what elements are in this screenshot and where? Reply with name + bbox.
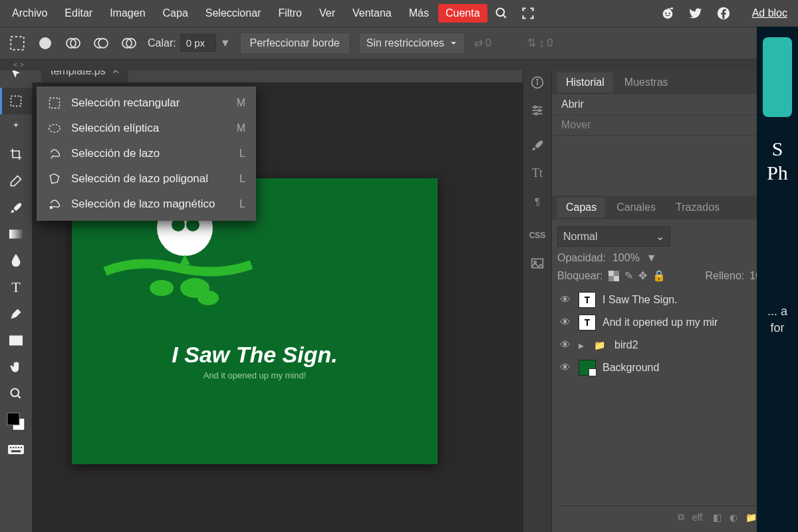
svg-rect-29 xyxy=(11,450,21,452)
info-icon[interactable] xyxy=(527,73,547,92)
tool-marquee[interactable] xyxy=(0,88,32,114)
menu-ventana[interactable]: Ventana xyxy=(344,3,400,23)
svg-rect-24 xyxy=(10,447,11,448)
brush-panel-icon[interactable] xyxy=(527,136,547,154)
tool-keyboard[interactable] xyxy=(0,436,32,463)
menu-filtro[interactable]: Filtro xyxy=(270,3,310,23)
search-icon[interactable] xyxy=(493,5,510,22)
context-rect-select[interactable]: Selección rectangularM xyxy=(37,90,256,116)
lock-move-icon[interactable]: ✥ xyxy=(638,269,647,282)
visibility-icon[interactable]: 👁 xyxy=(560,294,572,306)
tool-eraser[interactable] xyxy=(0,168,32,194)
context-ellipse-select[interactable]: Selección elípticaM xyxy=(37,116,256,141)
feather-input[interactable]: 0 px xyxy=(180,34,216,52)
refine-edge-button[interactable]: Perfeccionar borde xyxy=(240,33,350,54)
adjust-layer-icon[interactable]: ◐ xyxy=(730,512,737,523)
tool-pen[interactable] xyxy=(0,301,32,327)
side-strip: < > Tt ¶ CSS xyxy=(523,59,552,532)
tool-text[interactable]: T xyxy=(0,274,32,301)
paragraph-icon[interactable]: ¶ xyxy=(527,192,547,210)
layer-name[interactable]: Background xyxy=(602,362,659,374)
bool-sub-icon[interactable] xyxy=(92,34,110,53)
new-folder-icon[interactable]: 📁 xyxy=(745,512,757,523)
bool-new-icon[interactable] xyxy=(36,34,55,53)
menu-seleccionar[interactable]: Seleccionar xyxy=(198,3,269,23)
context-lasso[interactable]: Selección de lazoL xyxy=(37,141,256,166)
menu-ver[interactable]: Ver xyxy=(311,3,343,23)
visibility-icon[interactable]: 👁 xyxy=(560,339,572,351)
menu-mas[interactable]: Más xyxy=(401,3,437,23)
marquee-icon[interactable] xyxy=(8,34,27,53)
menu-imagen[interactable]: Imagen xyxy=(102,3,153,23)
twitter-icon[interactable] xyxy=(687,5,704,22)
type-panel-icon[interactable]: Tt xyxy=(527,164,547,182)
tool-zoom[interactable] xyxy=(0,380,32,407)
w-input[interactable]: 0 xyxy=(485,37,491,49)
tool-gradient[interactable] xyxy=(0,221,32,247)
lock-checker-icon[interactable] xyxy=(608,271,619,281)
color-swatches[interactable] xyxy=(0,407,32,436)
constraint-select[interactable]: Sin restricciones xyxy=(359,33,465,54)
lasso-icon xyxy=(47,146,62,161)
lock-label: Bloquear: xyxy=(557,270,603,282)
tab-historial[interactable]: Historial xyxy=(557,72,613,92)
link-layers-icon[interactable]: ⧉ xyxy=(678,511,684,523)
menu-capa[interactable]: Capa xyxy=(155,3,196,23)
menu-archivo[interactable]: Archivo xyxy=(4,3,55,23)
feather-dropdown-icon[interactable]: ▼ xyxy=(220,37,231,49)
svg-rect-23 xyxy=(8,445,24,454)
ad-block-link[interactable]: Ad bloc xyxy=(752,7,787,19)
bool-int-icon[interactable] xyxy=(120,34,138,53)
svg-point-51 xyxy=(49,124,61,132)
svg-point-44 xyxy=(535,112,537,114)
css-panel-icon[interactable]: CSS xyxy=(527,226,547,245)
tab-canales[interactable]: Canales xyxy=(608,198,664,217)
poly-lasso-icon xyxy=(47,172,62,186)
h-input[interactable]: 0 xyxy=(547,37,553,49)
tool-wand[interactable] xyxy=(0,114,32,141)
swap-h-icon: ⇅ ↕ xyxy=(527,37,544,49)
blend-mode-select[interactable]: Normal⌄ xyxy=(557,226,670,247)
image-panel-icon[interactable] xyxy=(527,254,547,273)
tool-brush[interactable] xyxy=(0,194,32,221)
sliders-icon[interactable] xyxy=(527,101,547,120)
tab-trazados[interactable]: Trazados xyxy=(667,198,728,217)
layer-mask-icon[interactable]: ◧ xyxy=(713,512,722,523)
layer-name[interactable]: I Saw The Sign. xyxy=(602,294,678,306)
opacity-label: Opacidad: xyxy=(557,252,606,264)
tool-shape[interactable] xyxy=(0,327,32,354)
menu-editar[interactable]: Editar xyxy=(57,3,100,23)
bool-add-icon[interactable] xyxy=(64,34,82,53)
opacity-value[interactable]: 100% xyxy=(612,252,640,264)
tab-capas[interactable]: Capas xyxy=(557,198,605,217)
layer-name[interactable]: And it opened up my mir xyxy=(602,317,718,329)
layer-thumb-bg xyxy=(579,360,596,376)
menu-cuenta[interactable]: Cuenta xyxy=(438,4,487,23)
layer-effects-icon[interactable]: eff. xyxy=(692,512,705,523)
lock-all-icon[interactable]: 🔒 xyxy=(652,269,666,282)
lock-brush-icon[interactable]: ✎ xyxy=(624,269,633,282)
visibility-icon[interactable]: 👁 xyxy=(560,362,572,374)
opacity-dropdown-icon[interactable]: ▼ xyxy=(646,252,657,264)
fullscreen-icon[interactable] xyxy=(519,5,537,22)
layer-name[interactable]: bird2 xyxy=(614,339,638,351)
svg-point-2 xyxy=(662,9,672,19)
svg-line-20 xyxy=(18,396,21,398)
svg-point-19 xyxy=(11,389,19,397)
visibility-icon[interactable]: 👁 xyxy=(560,317,572,329)
tab-muestras[interactable]: Muestras xyxy=(616,72,677,92)
svg-point-13 xyxy=(98,39,108,48)
folder-arrow-icon[interactable]: ▸ xyxy=(579,339,584,352)
reddit-icon[interactable] xyxy=(659,5,676,22)
canvas-document[interactable]: I Saw The Sign. And it opened up my mind… xyxy=(72,178,438,464)
svg-rect-48 xyxy=(608,271,614,276)
facebook-icon[interactable] xyxy=(715,5,732,22)
ad-small-1: ... a xyxy=(759,305,795,319)
svg-point-52 xyxy=(50,206,52,208)
tool-blur[interactable] xyxy=(0,247,32,274)
context-poly-lasso[interactable]: Selección de lazo poligonalL xyxy=(37,166,256,192)
context-magnetic-lasso[interactable]: Selección de lazo magnéticoL xyxy=(37,192,256,217)
tool-crop[interactable] xyxy=(0,141,32,168)
svg-rect-27 xyxy=(18,447,19,448)
tool-hand[interactable] xyxy=(0,354,32,380)
